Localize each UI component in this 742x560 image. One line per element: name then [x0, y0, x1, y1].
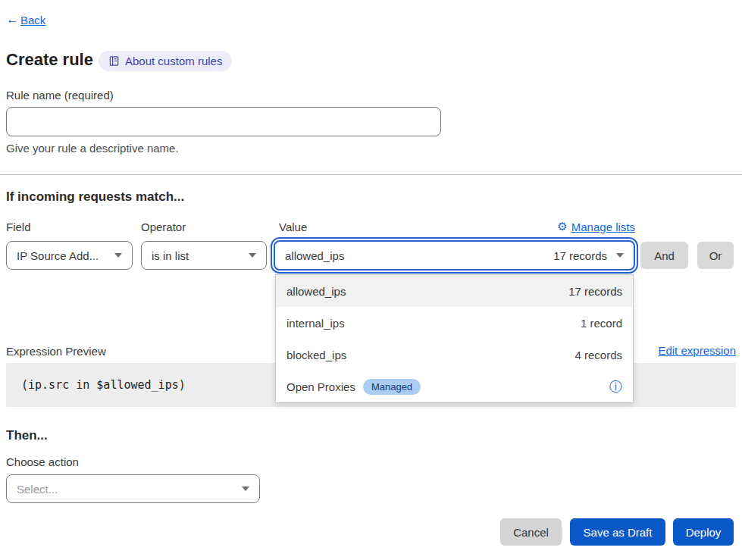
chevron-down-icon	[242, 486, 249, 491]
operator-select[interactable]: is in list	[141, 241, 267, 270]
back-link-label: Back	[20, 14, 45, 27]
value-select[interactable]: allowed_ips 17 records	[274, 240, 635, 271]
value-select-value: allowed_ips	[285, 249, 344, 262]
managed-badge: Managed	[363, 379, 421, 395]
then-section-heading: Then...	[6, 428, 48, 443]
expression-code: (ip.src in $allowed_ips)	[21, 378, 186, 392]
operator-select-value: is in list	[152, 249, 189, 262]
option-record-count: 17 records	[568, 285, 622, 298]
about-custom-rules-link[interactable]: About custom rules	[99, 51, 232, 71]
manage-lists-label: Manage lists	[571, 221, 635, 233]
rule-name-help-text: Give your rule a descriptive name.	[6, 142, 179, 155]
rule-name-label: Rule name (required)	[6, 89, 114, 102]
operator-label: Operator	[141, 221, 186, 233]
manage-lists-link[interactable]: ⚙ Manage lists	[557, 220, 635, 233]
dropdown-option-allowed-ips[interactable]: allowed_ips 17 records	[276, 275, 633, 307]
back-link[interactable]: ← Back	[6, 12, 45, 27]
book-icon	[108, 55, 120, 67]
cancel-button[interactable]: Cancel	[500, 518, 562, 546]
option-name: Open Proxies	[286, 380, 355, 393]
value-dropdown-panel: allowed_ips 17 records internal_ips 1 re…	[275, 274, 634, 403]
field-select-value: IP Source Add...	[17, 249, 99, 262]
expression-preview-label: Expression Preview	[6, 345, 106, 358]
edit-expression-link[interactable]: Edit expression	[658, 344, 736, 357]
and-button[interactable]: And	[640, 242, 688, 269]
dropdown-option-blocked-ips[interactable]: blocked_ips 4 records	[276, 339, 633, 371]
about-custom-rules-label: About custom rules	[125, 55, 222, 67]
option-record-count: 4 records	[575, 349, 622, 361]
dropdown-option-internal-ips[interactable]: internal_ips 1 record	[276, 307, 633, 339]
gear-icon: ⚙	[557, 220, 567, 233]
chevron-down-icon	[616, 253, 624, 258]
back-arrow-icon: ←	[6, 12, 19, 27]
action-select-placeholder: Select...	[17, 483, 58, 496]
page-title: Create rule	[6, 50, 93, 70]
info-icon[interactable]: ⓘ	[609, 380, 622, 393]
option-name: blocked_ips	[286, 349, 346, 361]
dropdown-option-open-proxies[interactable]: Open Proxies Managed ⓘ	[276, 371, 633, 402]
field-select[interactable]: IP Source Add...	[6, 241, 133, 270]
option-name: allowed_ips	[286, 285, 346, 298]
section-divider	[0, 174, 742, 175]
save-as-draft-button[interactable]: Save as Draft	[570, 518, 665, 546]
value-label: Value	[279, 221, 307, 233]
chevron-down-icon	[249, 253, 256, 258]
rule-name-input[interactable]	[6, 107, 441, 136]
field-label: Field	[6, 221, 31, 233]
or-button[interactable]: Or	[697, 242, 734, 269]
deploy-button[interactable]: Deploy	[673, 518, 734, 546]
option-name: internal_ips	[286, 317, 345, 330]
option-record-count: 1 record	[581, 317, 622, 330]
value-select-record-count: 17 records	[553, 249, 607, 262]
choose-action-label: Choose action	[6, 455, 79, 468]
chevron-down-icon	[114, 253, 122, 258]
action-select[interactable]: Select...	[6, 474, 260, 503]
match-section-heading: If incoming requests match...	[6, 189, 184, 205]
